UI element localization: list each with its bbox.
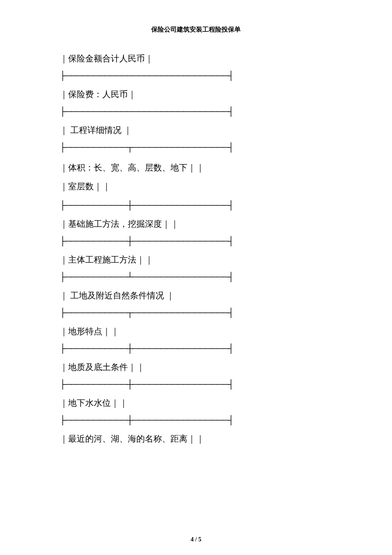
divider: ├─────────────────────────────┤ xyxy=(60,69,332,81)
divider-split: ├───────────┬─────────────────┤ xyxy=(60,141,332,153)
row-insured-amount: ｜保险金额合计人民币｜ xyxy=(60,51,332,66)
row-main-construction-method: ｜主体工程施工方法｜｜ xyxy=(60,252,332,267)
row-site-conditions-header: ｜ 工地及附近自然条件情况 ｜ xyxy=(60,288,332,303)
divider-split: ├───────────┴─────────────────┤ xyxy=(60,271,332,283)
divider-split: ├───────────┼─────────────────┤ xyxy=(60,414,332,426)
row-geology: ｜地质及底土条件｜｜ xyxy=(60,359,332,375)
row-foundation-method: ｜基础施工方法，挖掘深度｜｜ xyxy=(60,216,332,231)
divider-split: ├───────────┼─────────────────┤ xyxy=(60,378,332,390)
page-number: 4 / 5 xyxy=(0,536,392,543)
divider: ├─────────────────────────────┤ xyxy=(60,105,332,117)
divider-split: ├───────────┼─────────────────┤ xyxy=(60,342,332,354)
row-project-details-header: ｜ 工程详细情况 ｜ xyxy=(60,122,332,138)
divider-split: ├───────────┬─────────────────┤ xyxy=(60,306,332,318)
row-nearest-water: ｜最近的河、湖、海的名称、距离｜｜ xyxy=(60,431,332,446)
divider-split: ├───────────┼─────────────────┤ xyxy=(60,199,332,211)
row-groundwater: ｜地下水水位｜｜ xyxy=(60,395,332,410)
page-header-title: 保险公司建筑安装工程险投保单 xyxy=(60,26,332,34)
row-volume-line2: ｜室层数｜｜ xyxy=(60,182,111,191)
row-volume: ｜体积：长、宽、高、层数、地下｜｜ ｜室层数｜｜ xyxy=(60,158,332,196)
row-terrain: ｜地形特点｜｜ xyxy=(60,324,332,339)
divider-split: ├───────────┼─────────────────┤ xyxy=(60,235,332,247)
row-premium: ｜保险费：人民币｜ xyxy=(60,87,332,102)
row-volume-line1: ｜体积：长、宽、高、层数、地下｜｜ xyxy=(60,163,205,172)
